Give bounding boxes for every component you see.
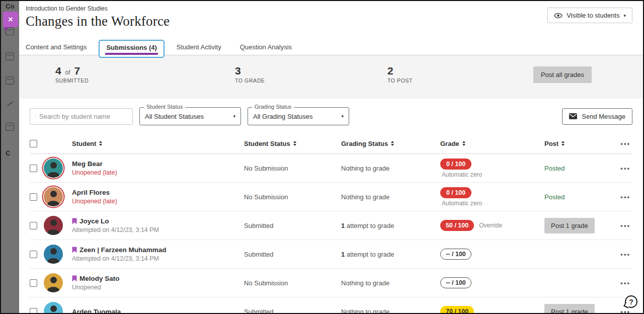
pencil-icon[interactable] (6, 100, 14, 108)
book-icon[interactable] (6, 123, 14, 131)
post-all-grades-button[interactable]: Post all grades (533, 66, 592, 83)
grade-cell: 70 / 100 (440, 306, 544, 314)
sidebar-partial-text: C (6, 149, 10, 157)
app-window: Co C × Introduction to Gender Studies Ch… (0, 0, 644, 314)
student-name: Joyce Lo (79, 217, 109, 225)
grade-pill[interactable]: 50 / 100 (440, 220, 474, 231)
row-overflow-menu[interactable]: ••• (620, 193, 632, 201)
stat-to-post: 2 TO POST (387, 65, 413, 84)
grading-status: 1 attempt to grade (341, 251, 440, 258)
grade-pill[interactable]: 0 / 100 (440, 187, 471, 198)
tab-submissions[interactable]: Submissions (4) (99, 40, 164, 58)
student-status: Submitted (244, 308, 341, 314)
column-header-grade[interactable]: Grade (440, 140, 544, 147)
row-overflow-menu[interactable]: ••• (620, 222, 632, 229)
tab-bar: Content and Settings Submissions (4) Stu… (19, 39, 643, 55)
grading-status-select-label: Grading Status (252, 104, 294, 110)
student-subtitle: Unopened (late) (72, 198, 244, 205)
grade-cell: 0 / 100 Automatic zero (440, 183, 544, 211)
student-status: Submitted (244, 222, 341, 229)
row-overflow-menu[interactable]: ••• (620, 308, 632, 314)
assessment-panel: Introduction to Gender Studies Changes i… (19, 1, 643, 313)
tab-student-activity[interactable]: Student Activity (177, 43, 221, 51)
override-label: Override (479, 222, 502, 229)
grade-pill[interactable]: -- / 100 (440, 249, 471, 260)
student-subtitle: Attempted on 4/12/23, 3:14 PM (72, 255, 244, 262)
grading-status-select[interactable]: Grading Status All Grading Statuses ▾ (248, 107, 349, 125)
grade-cell: -- / 100 (440, 249, 544, 260)
row-overflow-menu[interactable]: ••• (620, 165, 632, 172)
posted-status: Posted (544, 193, 565, 201)
table-row: April Flores Unopened (late) No Submissi… (30, 183, 632, 211)
gradebook-icon[interactable] (6, 76, 14, 85)
row-checkbox[interactable] (30, 193, 37, 201)
column-header-student-status[interactable]: Student Status (244, 140, 341, 147)
post-grade-button[interactable]: Post 1 grade (544, 304, 595, 314)
avatar (44, 245, 63, 264)
student-name-cell: Melody Sato Unopened (67, 275, 244, 291)
student-status: Submitted (244, 251, 341, 258)
visibility-label: Visible to students (567, 12, 619, 19)
tab-question-analysis[interactable]: Question Analysis (240, 43, 292, 51)
grading-status: Nothing to grade (341, 165, 440, 172)
select-all-checkbox[interactable] (30, 140, 37, 147)
bookmark-icon (72, 275, 77, 282)
row-checkbox[interactable] (30, 222, 37, 229)
student-name-cell: Arden Tuomala (67, 308, 244, 314)
post-grade-button[interactable]: Post 1 grade (544, 218, 595, 233)
student-status: No Submission (244, 193, 341, 201)
table-row: Zeen | Farzeen Muhammad Attempted on 4/1… (30, 240, 632, 269)
grade-note: Automatic zero (442, 171, 482, 178)
close-panel-button[interactable]: × (3, 12, 18, 27)
sort-icon (293, 141, 296, 146)
row-checkbox[interactable] (30, 279, 37, 287)
row-checkbox[interactable] (30, 308, 37, 314)
search-box[interactable] (30, 108, 133, 125)
avatar (44, 216, 63, 235)
help-icon[interactable]: ? (625, 295, 637, 308)
row-overflow-menu[interactable]: ••• (620, 279, 632, 287)
avatar (44, 302, 63, 314)
grade-pill[interactable]: 70 / 100 (440, 306, 474, 314)
student-name: Melody Sato (79, 275, 120, 282)
grading-status: Nothing to grade (341, 308, 440, 314)
table-row: Arden Tuomala Submitted Nothing to grade… (30, 297, 632, 314)
row-overflow-menu[interactable]: ••• (620, 251, 632, 258)
row-checkbox[interactable] (30, 165, 37, 172)
student-name: Arden Tuomala (72, 308, 121, 314)
collapsed-course-panel: Co C (1, 1, 19, 313)
student-subtitle: Attempted on 4/12/23, 3:14 PM (72, 226, 244, 233)
filter-bar: Student Status All Student Statuses ▾ Gr… (19, 99, 643, 133)
eye-icon (554, 13, 562, 19)
grading-status: 1 attempt to grade (341, 222, 440, 229)
grade-pill[interactable]: -- / 100 (440, 277, 471, 288)
table-overflow-menu[interactable]: ••• (620, 140, 632, 147)
grade-note: Automatic zero (442, 200, 482, 207)
visibility-dropdown[interactable]: Visible to students ▾ (547, 8, 632, 23)
column-header-grading-status[interactable]: Grading Status (341, 140, 440, 147)
bookmark-icon (72, 218, 77, 224)
column-header-post[interactable]: Post (544, 140, 620, 147)
student-name-cell: Joyce Lo Attempted on 4/12/23, 3:14 PM (67, 217, 244, 233)
tab-content-and-settings[interactable]: Content and Settings (26, 43, 87, 51)
calculator-icon[interactable] (6, 52, 14, 60)
column-header-student[interactable]: Student (67, 140, 244, 147)
search-input[interactable] (39, 113, 128, 120)
grade-pill[interactable]: 0 / 100 (440, 159, 471, 170)
grading-status: Nothing to grade (341, 279, 440, 287)
row-checkbox[interactable] (30, 251, 37, 258)
student-status-select[interactable]: Student Status All Student Statuses ▾ (139, 107, 241, 125)
stat-submitted: 4 of 7 SUBMITTED (55, 65, 89, 84)
sort-icon (462, 141, 465, 146)
post-cell: Posted (544, 164, 620, 173)
table-row: Joyce Lo Attempted on 4/12/23, 3:14 PM S… (30, 211, 632, 240)
submission-stats-band: 4 of 7 SUBMITTED 3 TO GRADE 2 TO POST Po… (19, 55, 643, 99)
send-message-button[interactable]: Send Message (562, 108, 632, 125)
send-message-label: Send Message (582, 113, 625, 120)
student-status: No Submission (244, 165, 341, 172)
avatar (44, 273, 63, 292)
grade-cell: -- / 100 (440, 277, 544, 288)
stat-to-grade: 3 TO GRADE (235, 65, 265, 84)
student-name: Meg Bear (72, 160, 103, 168)
table-row: Meg Bear Unopened (late) No Submission N… (30, 154, 632, 183)
